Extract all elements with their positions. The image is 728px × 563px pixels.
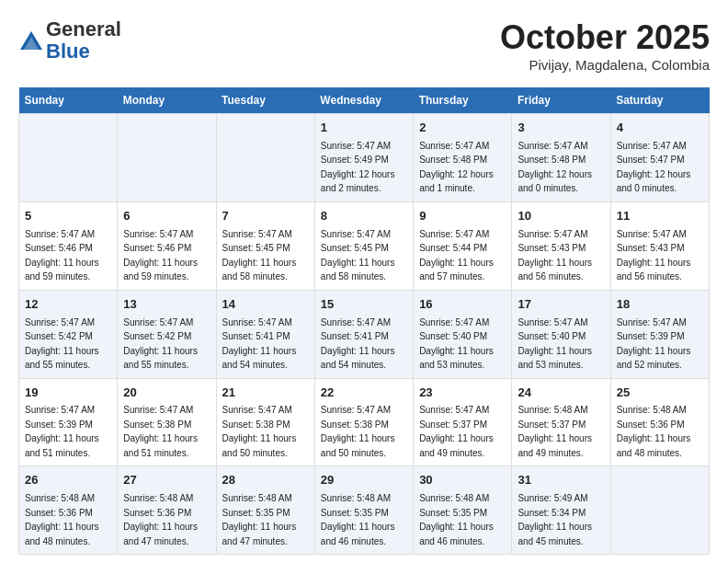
day-number: 11: [617, 208, 703, 225]
day-info: Sunrise: 5:48 AM Sunset: 5:35 PM Dayligh…: [321, 493, 395, 546]
calendar-cell: 24Sunrise: 5:48 AM Sunset: 5:37 PM Dayli…: [512, 378, 610, 466]
day-number: 3: [518, 120, 604, 137]
calendar-header-row: SundayMondayTuesdayWednesdayThursdayFrid…: [19, 87, 710, 114]
day-info: Sunrise: 5:47 AM Sunset: 5:41 PM Dayligh…: [222, 317, 297, 371]
day-number: 15: [321, 296, 407, 314]
day-info: Sunrise: 5:47 AM Sunset: 5:39 PM Dayligh…: [25, 405, 99, 458]
day-number: 17: [518, 296, 604, 314]
calendar-cell: [19, 114, 118, 202]
calendar-cell: 30Sunrise: 5:48 AM Sunset: 5:35 PM Dayli…: [414, 466, 512, 555]
day-info: Sunrise: 5:47 AM Sunset: 5:48 PM Dayligh…: [419, 141, 494, 194]
calendar-cell: 23Sunrise: 5:47 AM Sunset: 5:37 PM Dayli…: [414, 378, 512, 466]
day-info: Sunrise: 5:47 AM Sunset: 5:38 PM Dayligh…: [321, 405, 395, 458]
day-info: Sunrise: 5:47 AM Sunset: 5:40 PM Dayligh…: [518, 317, 592, 371]
day-number: 25: [617, 385, 703, 402]
day-number: 23: [419, 385, 506, 402]
calendar-cell: 11Sunrise: 5:47 AM Sunset: 5:43 PM Dayli…: [610, 201, 709, 290]
calendar-cell: 6Sunrise: 5:47 AM Sunset: 5:46 PM Daylig…: [118, 201, 216, 290]
day-number: 29: [321, 472, 407, 489]
day-info: Sunrise: 5:48 AM Sunset: 5:36 PM Dayligh…: [617, 405, 691, 458]
day-number: 18: [617, 296, 703, 314]
day-info: Sunrise: 5:47 AM Sunset: 5:48 PM Dayligh…: [518, 141, 592, 194]
day-info: Sunrise: 5:47 AM Sunset: 5:46 PM Dayligh…: [123, 229, 198, 282]
day-info: Sunrise: 5:47 AM Sunset: 5:38 PM Dayligh…: [123, 405, 198, 458]
logo-text: General Blue: [46, 18, 121, 63]
header-cell-friday: Friday: [512, 87, 610, 114]
calendar-cell: 5Sunrise: 5:47 AM Sunset: 5:46 PM Daylig…: [19, 201, 118, 290]
day-number: 13: [123, 296, 210, 314]
title-area: October 2025 Pivijay, Magdalena, Colombi…: [500, 18, 710, 73]
calendar-cell: [610, 466, 709, 555]
day-number: 16: [419, 296, 506, 314]
day-number: 19: [25, 385, 111, 402]
day-info: Sunrise: 5:47 AM Sunset: 5:43 PM Dayligh…: [617, 229, 691, 282]
header-cell-wednesday: Wednesday: [314, 87, 413, 114]
calendar-table: SundayMondayTuesdayWednesdayThursdayFrid…: [18, 87, 710, 555]
day-number: 8: [321, 208, 407, 225]
calendar-cell: 17Sunrise: 5:47 AM Sunset: 5:40 PM Dayli…: [512, 290, 610, 378]
day-number: 21: [222, 385, 309, 402]
day-info: Sunrise: 5:48 AM Sunset: 5:35 PM Dayligh…: [222, 493, 297, 546]
location: Pivijay, Magdalena, Colombia: [500, 57, 710, 73]
day-info: Sunrise: 5:48 AM Sunset: 5:36 PM Dayligh…: [25, 493, 99, 546]
calendar-cell: 7Sunrise: 5:47 AM Sunset: 5:45 PM Daylig…: [216, 201, 314, 290]
day-number: 5: [25, 208, 111, 225]
day-number: 10: [518, 208, 604, 225]
calendar-week-row: 26Sunrise: 5:48 AM Sunset: 5:36 PM Dayli…: [19, 466, 710, 555]
calendar-cell: 4Sunrise: 5:47 AM Sunset: 5:47 PM Daylig…: [610, 114, 709, 202]
day-info: Sunrise: 5:47 AM Sunset: 5:47 PM Dayligh…: [617, 141, 691, 194]
day-number: 1: [321, 120, 407, 137]
calendar-cell: 28Sunrise: 5:48 AM Sunset: 5:35 PM Dayli…: [216, 466, 314, 555]
calendar-cell: 25Sunrise: 5:48 AM Sunset: 5:36 PM Dayli…: [610, 378, 709, 466]
day-number: 20: [123, 385, 210, 402]
day-number: 4: [617, 120, 703, 137]
calendar-cell: 15Sunrise: 5:47 AM Sunset: 5:41 PM Dayli…: [314, 290, 413, 378]
day-info: Sunrise: 5:47 AM Sunset: 5:40 PM Dayligh…: [419, 317, 494, 371]
calendar-cell: 31Sunrise: 5:49 AM Sunset: 5:34 PM Dayli…: [512, 466, 610, 555]
calendar-cell: [118, 114, 216, 202]
day-number: 2: [419, 120, 506, 137]
day-number: 6: [123, 208, 210, 225]
calendar-cell: 22Sunrise: 5:47 AM Sunset: 5:38 PM Dayli…: [314, 378, 413, 466]
calendar-week-row: 1Sunrise: 5:47 AM Sunset: 5:49 PM Daylig…: [19, 114, 710, 202]
calendar-cell: 13Sunrise: 5:47 AM Sunset: 5:42 PM Dayli…: [118, 290, 216, 378]
calendar-cell: 21Sunrise: 5:47 AM Sunset: 5:38 PM Dayli…: [216, 378, 314, 466]
day-info: Sunrise: 5:47 AM Sunset: 5:37 PM Dayligh…: [419, 405, 494, 458]
day-number: 27: [123, 472, 210, 489]
day-info: Sunrise: 5:48 AM Sunset: 5:37 PM Dayligh…: [518, 405, 592, 458]
calendar-cell: 26Sunrise: 5:48 AM Sunset: 5:36 PM Dayli…: [19, 466, 118, 555]
calendar-week-row: 5Sunrise: 5:47 AM Sunset: 5:46 PM Daylig…: [19, 201, 710, 290]
day-info: Sunrise: 5:47 AM Sunset: 5:45 PM Dayligh…: [321, 229, 395, 282]
calendar-cell: 16Sunrise: 5:47 AM Sunset: 5:40 PM Dayli…: [414, 290, 512, 378]
calendar-cell: 19Sunrise: 5:47 AM Sunset: 5:39 PM Dayli…: [19, 378, 118, 466]
logo-icon: [18, 28, 44, 53]
header-cell-monday: Monday: [118, 87, 216, 114]
day-number: 30: [419, 472, 506, 489]
calendar-cell: 1Sunrise: 5:47 AM Sunset: 5:49 PM Daylig…: [314, 114, 413, 202]
logo: General Blue: [18, 18, 121, 63]
logo-general: General: [46, 17, 121, 40]
header-cell-saturday: Saturday: [610, 87, 709, 114]
day-number: 9: [419, 208, 506, 225]
calendar-cell: 18Sunrise: 5:47 AM Sunset: 5:39 PM Dayli…: [610, 290, 709, 378]
day-number: 28: [222, 472, 309, 489]
day-info: Sunrise: 5:49 AM Sunset: 5:34 PM Dayligh…: [518, 493, 592, 546]
page-header: General Blue October 2025 Pivijay, Magda…: [18, 18, 710, 73]
day-number: 14: [222, 296, 309, 314]
calendar-cell: 29Sunrise: 5:48 AM Sunset: 5:35 PM Dayli…: [314, 466, 413, 555]
day-number: 26: [25, 472, 111, 489]
day-info: Sunrise: 5:47 AM Sunset: 5:38 PM Dayligh…: [222, 405, 297, 458]
calendar-cell: [216, 114, 314, 202]
day-info: Sunrise: 5:48 AM Sunset: 5:36 PM Dayligh…: [123, 493, 198, 546]
day-number: 31: [518, 472, 604, 489]
calendar-cell: 2Sunrise: 5:47 AM Sunset: 5:48 PM Daylig…: [414, 114, 512, 202]
day-number: 22: [321, 385, 407, 402]
header-cell-sunday: Sunday: [19, 87, 118, 114]
calendar-week-row: 12Sunrise: 5:47 AM Sunset: 5:42 PM Dayli…: [19, 290, 710, 378]
calendar-body: 1Sunrise: 5:47 AM Sunset: 5:49 PM Daylig…: [19, 114, 710, 555]
day-info: Sunrise: 5:47 AM Sunset: 5:44 PM Dayligh…: [419, 229, 494, 282]
calendar-cell: 12Sunrise: 5:47 AM Sunset: 5:42 PM Dayli…: [19, 290, 118, 378]
calendar-cell: 14Sunrise: 5:47 AM Sunset: 5:41 PM Dayli…: [216, 290, 314, 378]
day-info: Sunrise: 5:47 AM Sunset: 5:43 PM Dayligh…: [518, 229, 592, 282]
day-number: 24: [518, 385, 604, 402]
